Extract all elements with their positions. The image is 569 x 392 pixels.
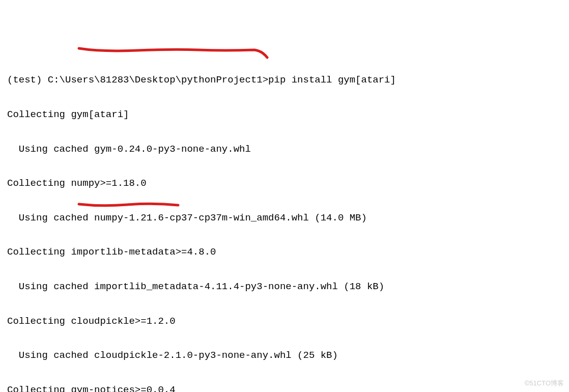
annotation-underline-1 — [76, 46, 280, 66]
output-line: Collecting gym[atari] — [7, 106, 562, 124]
terminal-prompt-line: (test) C:\Users\81283\Desktop\pythonProj… — [7, 72, 562, 89]
output-line: Using cached gym-0.24.0-py3-none-any.whl — [7, 141, 562, 158]
output-line: Using cached numpy-1.21.6-cp37-cp37m-win… — [7, 210, 562, 227]
output-line: Collecting importlib-metadata>=4.8.0 — [7, 244, 562, 261]
output-line: Using cached cloudpickle-2.1.0-py3-none-… — [7, 347, 562, 365]
output-line: Using cached importlib_metadata-4.11.4-p… — [7, 278, 562, 296]
output-line: Collecting numpy>=1.18.0 — [7, 175, 562, 192]
watermark: ©51CTO博客 — [525, 377, 564, 389]
output-line: Collecting gym-notices>=0.0.4 — [7, 382, 562, 392]
output-line: Collecting cloudpickle>=1.2.0 — [7, 313, 562, 330]
